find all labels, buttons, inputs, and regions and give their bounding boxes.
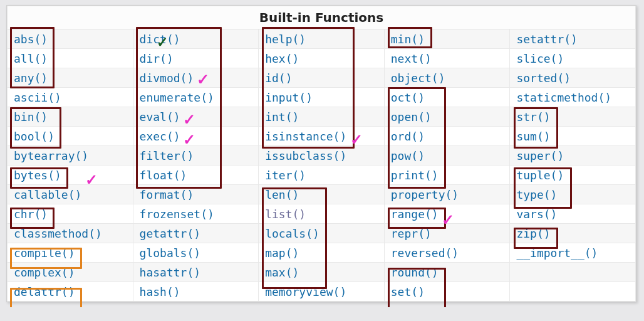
- fn-link[interactable]: issubclass(): [265, 149, 346, 162]
- fn-link[interactable]: input(): [265, 91, 313, 104]
- fn-link[interactable]: property(): [391, 188, 459, 201]
- fn-cell[interactable]: globals(): [133, 243, 259, 263]
- fn-link[interactable]: oct(): [391, 91, 425, 104]
- fn-cell[interactable]: map(): [259, 243, 385, 263]
- fn-cell[interactable]: min(): [384, 29, 510, 49]
- fn-cell[interactable]: max(): [259, 263, 385, 282]
- fn-cell[interactable]: hasattr(): [133, 263, 259, 282]
- fn-cell[interactable]: type(): [510, 185, 636, 204]
- fn-link[interactable]: enumerate(): [140, 91, 214, 104]
- fn-cell[interactable]: abs(): [8, 29, 133, 49]
- fn-link[interactable]: bool(): [14, 130, 55, 143]
- fn-cell[interactable]: property(): [384, 185, 510, 204]
- fn-link[interactable]: format(): [140, 188, 194, 201]
- fn-link[interactable]: bytes(): [14, 169, 61, 182]
- fn-link[interactable]: ord(): [391, 130, 425, 143]
- fn-cell[interactable]: all(): [8, 49, 133, 68]
- fn-cell[interactable]: compile(): [8, 243, 133, 263]
- fn-link[interactable]: dir(): [140, 52, 174, 65]
- fn-link[interactable]: map(): [265, 246, 299, 260]
- fn-link[interactable]: float(): [140, 169, 187, 182]
- fn-cell[interactable]: setattr(): [510, 29, 636, 49]
- fn-cell[interactable]: id(): [259, 68, 385, 88]
- fn-cell[interactable]: eval(): [133, 107, 259, 127]
- fn-cell[interactable]: list(): [259, 204, 385, 224]
- fn-link[interactable]: list(): [265, 208, 306, 221]
- fn-link[interactable]: sum(): [516, 130, 550, 143]
- fn-link[interactable]: iter(): [265, 169, 306, 182]
- fn-cell[interactable]: getattr(): [133, 224, 259, 243]
- fn-cell[interactable]: __import__(): [510, 243, 636, 263]
- fn-cell[interactable]: len(): [259, 185, 385, 204]
- fn-link[interactable]: complex(): [14, 266, 75, 279]
- fn-link[interactable]: filter(): [140, 149, 194, 162]
- fn-link[interactable]: open(): [391, 110, 432, 124]
- fn-cell[interactable]: slice(): [510, 49, 636, 68]
- fn-link[interactable]: set(): [391, 285, 425, 298]
- fn-cell[interactable]: divmod(): [133, 68, 259, 88]
- fn-cell[interactable]: enumerate(): [133, 88, 259, 107]
- fn-cell[interactable]: super(): [510, 146, 636, 166]
- fn-cell[interactable]: bytearray(): [8, 146, 133, 166]
- fn-cell[interactable]: ord(): [384, 127, 510, 146]
- fn-link[interactable]: eval(): [140, 110, 180, 124]
- fn-cell[interactable]: sorted(): [510, 68, 636, 88]
- fn-link[interactable]: isinstance(): [265, 130, 346, 143]
- fn-cell[interactable]: dict(): [133, 29, 259, 49]
- fn-cell[interactable]: reversed(): [384, 243, 510, 263]
- fn-link[interactable]: len(): [265, 188, 299, 201]
- fn-cell[interactable]: bool(): [8, 127, 133, 146]
- fn-link[interactable]: abs(): [14, 33, 48, 46]
- fn-link[interactable]: locals(): [265, 227, 319, 240]
- fn-link[interactable]: bytearray(): [14, 149, 88, 162]
- fn-link[interactable]: str(): [516, 110, 550, 124]
- fn-link[interactable]: sorted(): [516, 71, 571, 85]
- fn-link[interactable]: dict(): [140, 33, 180, 46]
- fn-cell[interactable]: pow(): [384, 146, 510, 166]
- fn-cell[interactable]: print(): [384, 166, 510, 185]
- fn-cell[interactable]: issubclass(): [259, 146, 385, 166]
- fn-cell[interactable]: [510, 263, 636, 282]
- fn-cell[interactable]: next(): [384, 49, 510, 68]
- fn-cell[interactable]: classmethod(): [8, 224, 133, 243]
- fn-link[interactable]: chr(): [14, 208, 48, 221]
- fn-link[interactable]: help(): [265, 33, 306, 46]
- fn-cell[interactable]: oct(): [384, 88, 510, 107]
- fn-link[interactable]: round(): [391, 266, 439, 279]
- fn-cell[interactable]: help(): [259, 29, 385, 49]
- fn-link[interactable]: divmod(): [140, 71, 194, 85]
- fn-link[interactable]: int(): [265, 110, 299, 124]
- fn-link[interactable]: frozenset(): [140, 208, 214, 221]
- fn-link[interactable]: type(): [516, 188, 557, 201]
- fn-link[interactable]: setattr(): [516, 33, 578, 46]
- fn-link[interactable]: any(): [14, 71, 48, 85]
- fn-link[interactable]: exec(): [140, 130, 180, 143]
- fn-cell[interactable]: ascii(): [8, 88, 133, 107]
- fn-link[interactable]: hex(): [265, 52, 299, 65]
- fn-cell[interactable]: format(): [133, 185, 259, 204]
- fn-link[interactable]: reversed(): [391, 246, 459, 260]
- fn-cell[interactable]: locals(): [259, 224, 385, 243]
- fn-cell[interactable]: any(): [8, 68, 133, 88]
- fn-cell[interactable]: dir(): [133, 49, 259, 68]
- fn-link[interactable]: delattr(): [14, 285, 75, 298]
- fn-link[interactable]: bin(): [14, 110, 48, 124]
- fn-link[interactable]: staticmethod(): [516, 91, 611, 104]
- fn-link[interactable]: pow(): [391, 149, 425, 162]
- fn-cell[interactable]: exec(): [133, 127, 259, 146]
- fn-link[interactable]: getattr(): [140, 227, 201, 240]
- fn-link[interactable]: print(): [391, 169, 439, 182]
- fn-link[interactable]: tuple(): [516, 169, 564, 182]
- fn-cell[interactable]: [510, 282, 636, 302]
- fn-cell[interactable]: chr(): [8, 204, 133, 224]
- fn-cell[interactable]: isinstance(): [259, 127, 385, 146]
- fn-cell[interactable]: int(): [259, 107, 385, 127]
- fn-link[interactable]: min(): [391, 33, 425, 46]
- fn-cell[interactable]: complex(): [8, 263, 133, 282]
- fn-cell[interactable]: bin(): [8, 107, 133, 127]
- fn-cell[interactable]: tuple(): [510, 166, 636, 185]
- fn-cell[interactable]: str(): [510, 107, 636, 127]
- fn-cell[interactable]: delattr(): [8, 282, 133, 302]
- fn-link[interactable]: hasattr(): [140, 266, 201, 279]
- fn-cell[interactable]: staticmethod(): [510, 88, 636, 107]
